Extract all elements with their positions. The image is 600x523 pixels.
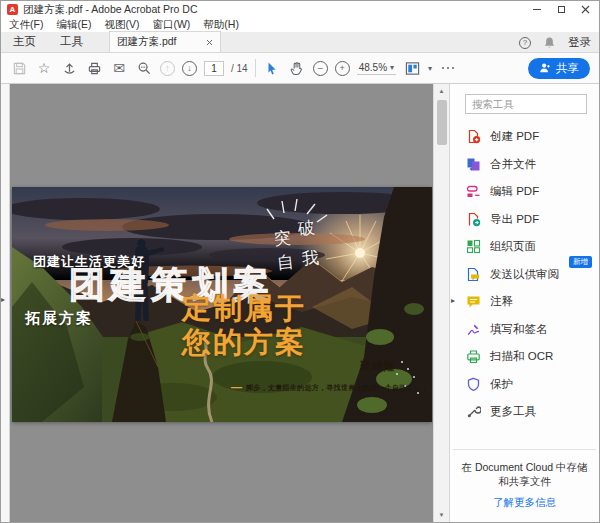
chevron-down-icon: ▾ <box>390 63 394 72</box>
tools-list: 创建 PDF 合并文件 编辑 PDF 导出 PDF 组织页面 <box>450 123 599 426</box>
scroll-down-icon[interactable]: ▼ <box>434 508 449 522</box>
main-toolbar: ☆ ✉ ↑ ↓ / 14 – + 48.5% ▾ ▾ <box>1 53 599 84</box>
burst-char-2: 破 <box>297 216 316 241</box>
burst-char-4: 我 <box>301 246 320 271</box>
notifications-bell-icon[interactable] <box>543 36 556 49</box>
tool-label: 创建 PDF <box>490 129 539 144</box>
slide-headline-line2: 您的方案 <box>182 325 362 359</box>
minimize-button[interactable] <box>529 4 545 16</box>
vertical-scrollbar[interactable]: ▲ ▼ <box>433 84 449 522</box>
acrobat-app-icon: A <box>7 4 18 15</box>
tool-protect[interactable]: 保护 <box>450 371 599 399</box>
arrow-down-icon: ↓ <box>187 63 192 73</box>
maximize-button[interactable] <box>553 4 569 16</box>
cloud-promo-text: 在 Document Cloud 中存储和共享文件 <box>458 460 591 489</box>
document-cloud-promo: 在 Document Cloud 中存储和共享文件 了解更多信息 <box>450 450 599 522</box>
pdf-page[interactable]: 团建让生活更美好 团建策划案 拓展方案 定制属于 您的方案 突 破 自 我 聚峰… <box>12 187 432 422</box>
slide-headline: 定制属于 您的方案 <box>182 291 362 359</box>
tool-comment[interactable]: 注释 <box>450 288 599 316</box>
page-display-button[interactable] <box>403 59 421 77</box>
print-button[interactable] <box>85 59 103 77</box>
tab-document[interactable]: 团建方案.pdf <box>109 31 221 52</box>
tool-combine-files[interactable]: 合并文件 <box>450 151 599 179</box>
menu-window[interactable]: 窗口(W) <box>152 18 190 32</box>
zoom-in-button[interactable]: + <box>335 61 350 76</box>
slide-headline-line1: 定制属于 <box>182 291 362 325</box>
acrobat-letter: A <box>10 5 16 14</box>
close-button[interactable] <box>577 4 593 16</box>
toolbar-divider <box>255 59 256 77</box>
close-icon <box>581 5 590 14</box>
page-display-icon <box>405 61 420 76</box>
favorite-star-button[interactable]: ☆ <box>35 59 53 77</box>
tool-label: 导出 PDF <box>490 212 539 227</box>
page-number-input[interactable] <box>204 61 224 76</box>
sign-in-button[interactable]: 登录 <box>568 35 591 50</box>
upload-arrow-icon <box>62 61 77 76</box>
share-button-label: 共享 <box>556 61 579 76</box>
tool-label: 保护 <box>490 377 513 392</box>
create-pdf-icon <box>466 129 481 144</box>
zoom-out-button[interactable]: – <box>313 61 328 76</box>
menu-view[interactable]: 视图(V) <box>104 18 139 32</box>
slide-watermark: 聚峰隆 <box>360 359 396 374</box>
tool-scan-ocr[interactable]: 扫描和 OCR <box>450 343 599 371</box>
more-tools-wrench-icon <box>466 404 481 419</box>
edit-pdf-icon <box>466 184 481 199</box>
tab-home[interactable]: 主页 <box>1 31 48 52</box>
combine-files-icon <box>466 157 481 172</box>
email-button[interactable]: ✉ <box>110 59 128 77</box>
tagline-text: 脚步，丈量陌生的远方，寻找世界上的另一个自己 。。。 <box>246 383 431 393</box>
navigation-pane-collapsed: ▸ <box>1 84 10 522</box>
previous-page-button[interactable]: ↑ <box>160 61 175 76</box>
cursor-arrow-icon <box>265 61 279 76</box>
page-total-label: / 14 <box>231 63 248 74</box>
tool-label: 填写和签名 <box>490 322 548 337</box>
burst-char-1: 突 <box>273 226 292 251</box>
protect-shield-icon <box>466 377 481 392</box>
tool-label: 扫描和 OCR <box>490 349 553 364</box>
tool-edit-pdf[interactable]: 编辑 PDF <box>450 178 599 206</box>
menu-file[interactable]: 文件(F) <box>9 18 43 32</box>
burst-char-3: 自 <box>276 250 295 275</box>
new-badge: 新增 <box>569 256 592 268</box>
ellipsis-icon <box>442 67 455 70</box>
more-tools-menu-button[interactable] <box>439 59 457 77</box>
tool-fill-sign[interactable]: 填写和签名 <box>450 316 599 344</box>
zoom-level-dropdown[interactable]: 48.5% ▾ <box>357 62 396 75</box>
tool-export-pdf[interactable]: 导出 PDF <box>450 206 599 234</box>
find-button[interactable] <box>135 59 153 77</box>
menu-bar: 文件(F) 编辑(E) 视图(V) 窗口(W) 帮助(H) <box>1 18 599 32</box>
share-upload-button[interactable] <box>60 59 78 77</box>
scrollbar-thumb[interactable] <box>437 100 447 145</box>
document-canvas[interactable]: 团建让生活更美好 团建策划案 拓展方案 定制属于 您的方案 突 破 自 我 聚峰… <box>10 84 433 522</box>
content-area: ▸ <box>1 84 599 522</box>
tagline-dash: — <box>231 382 242 393</box>
next-page-button[interactable]: ↓ <box>182 61 197 76</box>
tab-close-icon[interactable] <box>206 39 213 46</box>
slide-tag: 拓展方案 <box>25 309 93 328</box>
send-for-review-icon <box>466 267 481 282</box>
slide-tagline: — 脚步，丈量陌生的远方，寻找世界上的另一个自己 。。。 <box>231 382 431 393</box>
tool-send-for-review[interactable]: 新增 发送以供审阅 <box>450 261 599 289</box>
scroll-up-icon[interactable]: ▲ <box>434 84 449 98</box>
learn-more-link[interactable]: 了解更多信息 <box>493 496 556 510</box>
expand-nav-pane-icon[interactable]: ▸ <box>1 296 5 304</box>
plus-icon: + <box>340 63 345 73</box>
save-button[interactable] <box>10 59 28 77</box>
chevron-down-icon[interactable]: ▾ <box>428 64 432 73</box>
tab-tools[interactable]: 工具 <box>48 31 95 52</box>
tool-more-tools[interactable]: 更多工具 <box>450 398 599 426</box>
menu-help[interactable]: 帮助(H) <box>203 18 239 32</box>
share-button[interactable]: 共享 <box>528 58 590 79</box>
hand-tool-button[interactable] <box>288 59 306 77</box>
select-tool-button[interactable] <box>263 59 281 77</box>
help-icon[interactable]: ? <box>519 37 531 49</box>
menu-edit[interactable]: 编辑(E) <box>56 18 91 32</box>
search-tools-input[interactable] <box>465 94 587 114</box>
acrobat-window: A 团建方案.pdf - Adobe Acrobat Pro DC 文件(F) … <box>0 0 600 523</box>
fill-sign-pen-icon <box>466 322 481 337</box>
tool-label: 更多工具 <box>490 404 536 419</box>
star-icon: ☆ <box>38 60 51 76</box>
tool-create-pdf[interactable]: 创建 PDF <box>450 123 599 151</box>
